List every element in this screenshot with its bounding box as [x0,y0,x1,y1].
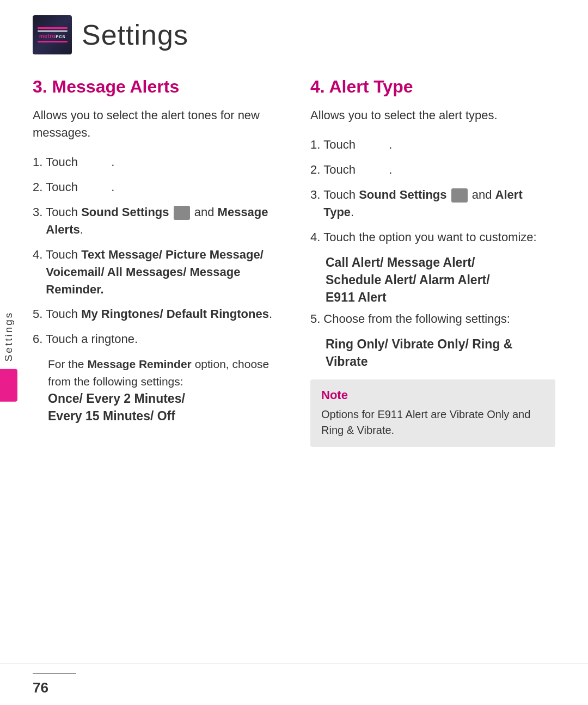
step-left-6: 6. Touch a ringtone. [33,330,278,348]
footer-divider [33,673,76,674]
step-left-4: 4. Touch Text Message/ Picture Message/ … [33,246,278,298]
logo: metroPCS [33,15,72,54]
footer: 76 [0,664,588,705]
main-content: 3. Message Alerts Allows you to select t… [0,65,588,447]
page-number: 76 [33,679,48,696]
step-left-2: 2. Touch . [33,179,278,196]
section-desc-left: Allows you to select the alert tones for… [33,107,278,142]
side-tab-label: Settings [3,303,15,369]
step-right-2: 2. Touch . [310,161,555,179]
step-right-4: 4. Touch the option you want to customiz… [310,229,555,246]
section-title-right: 4. Alert Type [310,76,555,97]
step-left-5: 5. Touch My Ringtones/ Default Ringtones… [33,305,278,323]
section-title-left: 3. Message Alerts [33,76,278,97]
step-right-1: 1. Touch . [310,136,555,154]
note-box: Note Options for E911 Alert are Vibrate … [310,379,555,447]
sub-highlight-right-5: Ring Only/ Vibrate Only/ Ring & Vibrate [326,335,555,370]
step-left-1: 1. Touch . [33,154,278,171]
alert-type-section: 4. Alert Type Allows you to select the a… [310,76,555,447]
header: metroPCS Settings [0,0,588,65]
step-right-3: 3. Touch Sound Settings and Alert Type. [310,186,555,221]
sub-highlight-left: Once/ Every 2 Minutes/Every 15 Minutes/ … [48,390,278,425]
note-title: Note [321,388,544,402]
message-alerts-section: 3. Message Alerts Allows you to select t… [33,76,278,447]
note-text: Options for E911 Alert are Vibrate Only … [321,407,544,438]
sub-highlight-right-4: Call Alert/ Message Alert/Schedule Alert… [326,254,555,306]
step-left-3: 3. Touch Sound Settings and Message Aler… [33,204,278,238]
side-tab-bar [0,369,17,402]
page-title: Settings [82,19,188,51]
sub-note-left: For the Message Reminder option, choose … [48,355,278,425]
page: metroPCS Settings 3. Message Alerts Allo… [0,0,588,705]
step-right-5: 5. Choose from the following settings: [310,310,555,328]
section-desc-right: Allows you to select the alert types. [310,107,555,124]
side-tab: Settings [0,303,17,402]
